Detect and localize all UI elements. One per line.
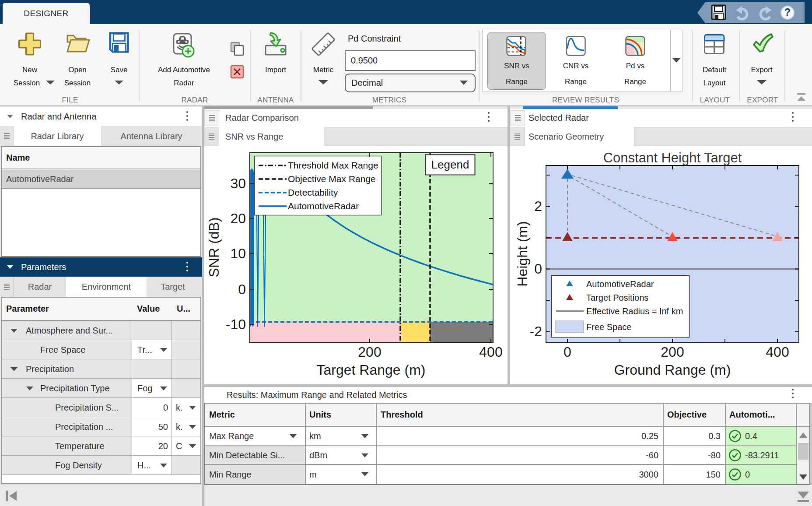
- svg-text:20: 20: [230, 211, 246, 226]
- svg-text:10: 10: [230, 246, 246, 261]
- svg-text:Threshold Max Range: Threshold Max Range: [288, 160, 378, 170]
- svg-text:?: ?: [784, 6, 791, 18]
- svg-text:AutomotiveRadar: AutomotiveRadar: [586, 279, 654, 289]
- svg-text:0: 0: [534, 261, 542, 277]
- svg-text:Constant Height Target: Constant Height Target: [603, 150, 742, 165]
- svg-text:200: 200: [358, 344, 381, 360]
- svg-text:-2: -2: [530, 323, 542, 339]
- svg-text:Height (m): Height (m): [514, 221, 530, 286]
- svg-text:Effective Radius = Inf km: Effective Radius = Inf km: [586, 306, 683, 316]
- svg-text:Detectability: Detectability: [288, 187, 338, 197]
- svg-text:-10: -10: [226, 316, 246, 332]
- svg-text:Objective Max Range: Objective Max Range: [288, 174, 376, 184]
- svg-text:SNR (dB): SNR (dB): [206, 218, 222, 278]
- svg-text:400: 400: [479, 344, 502, 360]
- svg-text:AutomotiveRadar: AutomotiveRadar: [288, 201, 359, 211]
- svg-text:200: 200: [661, 344, 684, 360]
- svg-text:Legend: Legend: [431, 158, 469, 171]
- svg-text:Target Positions: Target Positions: [586, 293, 648, 302]
- svg-text:2: 2: [534, 198, 542, 214]
- svg-text:0: 0: [564, 344, 571, 360]
- svg-text:400: 400: [766, 344, 789, 360]
- svg-text:Ground Range (m): Ground Range (m): [614, 362, 731, 378]
- svg-text:0: 0: [238, 281, 246, 297]
- svg-text:Target Range (m): Target Range (m): [317, 362, 426, 378]
- svg-text:Free Space: Free Space: [586, 322, 631, 332]
- svg-text:30: 30: [230, 176, 246, 191]
